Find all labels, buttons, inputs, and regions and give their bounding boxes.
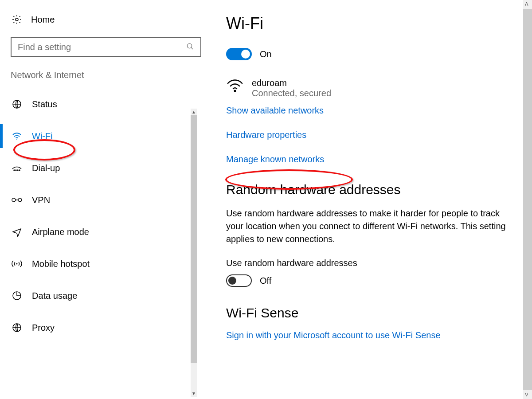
search-input[interactable]: Find a setting <box>11 37 201 57</box>
settings-main: Wi-Fi On eduroam Connected, secured Show… <box>195 0 532 399</box>
section-wifi-sense-heading: Wi-Fi Sense <box>226 305 523 321</box>
sidebar-item-label: Data usage <box>32 291 77 301</box>
svg-point-8 <box>19 170 20 171</box>
globe-grid-icon <box>11 99 23 110</box>
sidebar-item-dialup[interactable]: Dial-up <box>0 152 195 184</box>
sidebar-item-status[interactable]: Status <box>0 88 195 120</box>
settings-sidebar: Home Find a setting Network & Internet S… <box>0 0 195 399</box>
sidebar-item-airplane[interactable]: Airplane mode <box>0 216 195 248</box>
dialup-icon <box>11 164 23 172</box>
airplane-icon <box>11 227 23 237</box>
svg-point-7 <box>17 170 18 171</box>
link-manage-known-networks[interactable]: Manage known networks <box>226 154 523 164</box>
scrollbar-thumb[interactable] <box>523 9 532 390</box>
sidebar-item-proxy[interactable]: Proxy <box>0 312 195 344</box>
link-hardware-properties[interactable]: Hardware properties <box>226 130 523 140</box>
sidebar-item-label: Mobile hotspot <box>32 259 90 269</box>
svg-point-15 <box>234 90 236 92</box>
sidebar-home[interactable]: Home <box>0 14 195 37</box>
random-hw-toggle[interactable] <box>226 274 252 287</box>
svg-point-1 <box>187 43 192 48</box>
svg-line-2 <box>191 47 193 49</box>
pie-chart-icon <box>11 290 23 301</box>
sidebar-item-label: Wi-Fi <box>32 131 53 141</box>
vpn-icon <box>11 196 23 204</box>
sidebar-item-label: Airplane mode <box>32 227 89 237</box>
random-hw-sub-label: Use random hardware addresses <box>226 258 523 268</box>
random-hw-toggle-row: Off <box>226 274 523 287</box>
window-scrollbar[interactable]: ᐱ ᐯ <box>523 0 532 399</box>
network-state: Connected, secured <box>252 88 331 98</box>
globe-icon <box>11 322 23 333</box>
hotspot-icon <box>11 259 23 269</box>
svg-point-0 <box>16 18 18 21</box>
sidebar-item-label: Status <box>32 99 57 110</box>
wifi-icon <box>11 131 23 141</box>
search-icon <box>186 43 194 52</box>
sidebar-item-hotspot[interactable]: Mobile hotspot <box>0 248 195 280</box>
link-show-available-networks[interactable]: Show available networks <box>226 106 523 116</box>
svg-point-9 <box>12 198 16 202</box>
svg-point-10 <box>18 198 22 202</box>
svg-point-5 <box>14 170 15 171</box>
section-random-hw-desc: Use random hardware addresses to make it… <box>226 207 510 246</box>
wifi-toggle-row: On <box>226 48 523 60</box>
page-title: Wi-Fi <box>226 14 523 33</box>
connected-network[interactable]: eduroam Connected, secured <box>226 78 523 98</box>
svg-point-4 <box>16 139 17 140</box>
chevron-down-icon[interactable]: ᐯ <box>525 392 528 398</box>
category-label: Network & Internet <box>0 67 195 88</box>
sidebar-item-label: Proxy <box>32 323 55 333</box>
sidebar-item-wifi[interactable]: Wi-Fi <box>0 120 195 152</box>
link-wifi-sense-signin[interactable]: Sign in with your Microsoft account to u… <box>226 330 523 340</box>
sidebar-item-label: VPN <box>32 195 50 205</box>
search-placeholder: Find a setting <box>18 42 71 52</box>
random-hw-toggle-label: Off <box>260 276 271 286</box>
network-ssid: eduroam <box>252 78 331 88</box>
gear-icon <box>11 14 23 25</box>
section-random-hw-heading: Random hardware addresses <box>226 182 523 197</box>
wifi-signal-icon <box>226 78 244 94</box>
wifi-toggle-label: On <box>260 49 272 59</box>
svg-point-6 <box>16 170 16 171</box>
wifi-toggle[interactable] <box>226 48 252 60</box>
sidebar-nav: Status Wi-Fi Dial-up VPN <box>0 88 195 344</box>
svg-point-12 <box>16 263 18 265</box>
sidebar-item-vpn[interactable]: VPN <box>0 184 195 216</box>
sidebar-item-datausage[interactable]: Data usage <box>0 280 195 312</box>
home-label: Home <box>31 15 55 25</box>
chevron-up-icon[interactable]: ᐱ <box>525 1 528 7</box>
sidebar-item-label: Dial-up <box>32 163 60 173</box>
